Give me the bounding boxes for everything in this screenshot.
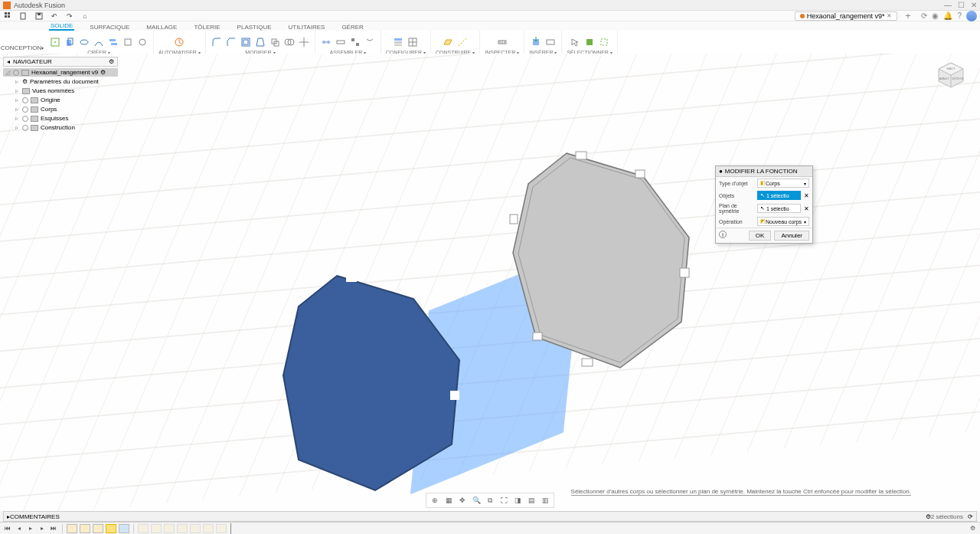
timeline-next-icon[interactable]: ▸ <box>38 524 47 533</box>
timeline-feature[interactable] <box>67 524 77 533</box>
visibility-icon[interactable] <box>22 106 28 113</box>
select-filter-icon[interactable] <box>583 36 596 48</box>
as-built-joint-icon[interactable] <box>335 36 347 48</box>
job-status-icon[interactable]: ◉ <box>932 11 939 20</box>
ok-button[interactable]: OK <box>749 231 772 241</box>
notifications-icon[interactable]: 🔔 <box>943 11 952 20</box>
nav-item-construction[interactable]: ▹ Construction <box>3 123 118 132</box>
decal-icon[interactable] <box>544 36 557 48</box>
grid-display-icon[interactable]: ▤ <box>526 495 537 506</box>
fillet-icon[interactable] <box>211 36 223 48</box>
plane-icon[interactable] <box>442 36 454 48</box>
timeline-play-icon[interactable]: ▸ <box>26 524 35 533</box>
close-icon[interactable]: ✕ <box>971 1 977 9</box>
navigator-settings-icon[interactable]: ⚙ <box>109 58 114 65</box>
viewport-layout-icon[interactable]: ▥ <box>540 495 550 506</box>
pan-icon[interactable]: ✥ <box>457 495 468 506</box>
extensions-icon[interactable]: ⟳ <box>921 11 927 20</box>
nav-root[interactable]: ◿ Hexaonal_rangement v9 ⚙ <box>3 68 118 77</box>
twisty-icon[interactable]: ◿ <box>5 69 11 76</box>
comments-bar[interactable]: ▸ COMMENTAIRES ⚙ 2 sélections ⟳ <box>3 511 977 522</box>
timeline-prev-icon[interactable]: ◂ <box>15 524 24 533</box>
zoom-window-icon[interactable]: ⧉ <box>485 495 495 506</box>
new-tab-icon[interactable]: + <box>905 11 910 21</box>
info-icon[interactable]: i <box>719 231 727 238</box>
table-icon[interactable] <box>407 36 419 48</box>
comments-settings-icon[interactable]: ⚙ <box>926 513 931 520</box>
viewport-canvas[interactable] <box>0 54 980 511</box>
view-cube[interactable]: HAUT AVANT DROITE <box>936 60 966 90</box>
zoom-icon[interactable]: 🔍 <box>471 495 482 506</box>
timeline-feature[interactable] <box>138 524 149 533</box>
hole-icon[interactable] <box>136 36 149 48</box>
configure-icon[interactable] <box>392 36 404 48</box>
twisty-icon[interactable]: ▹ <box>14 97 20 103</box>
tab-plastique[interactable]: PLASTIQUE <box>236 24 273 31</box>
file-menu-icon[interactable] <box>18 11 29 21</box>
measure-icon[interactable] <box>496 36 508 48</box>
visibility-icon[interactable] <box>22 116 28 122</box>
nav-item-views[interactable]: ▹ Vues nommées <box>3 87 118 95</box>
box-icon[interactable] <box>122 36 134 48</box>
revolve-icon[interactable] <box>78 36 90 48</box>
timeline-feature[interactable] <box>190 524 201 533</box>
timeline-feature[interactable] <box>93 524 103 533</box>
loft-icon[interactable] <box>107 36 119 48</box>
redo-icon[interactable]: ↷ <box>64 11 75 21</box>
combine-icon[interactable] <box>283 36 296 48</box>
help-icon[interactable]: ? <box>957 11 962 20</box>
timeline-feature[interactable] <box>203 524 214 533</box>
motion-link-icon[interactable] <box>364 36 376 48</box>
orbit-icon[interactable]: ⊕ <box>430 495 440 506</box>
display-style-icon[interactable]: ◨ <box>512 495 523 506</box>
chamfer-icon[interactable] <box>225 36 237 48</box>
minimize-icon[interactable]: — <box>944 1 952 9</box>
home-icon[interactable]: ⌂ <box>80 11 90 21</box>
tab-maillage[interactable]: MAILLAGE <box>145 24 178 31</box>
save-icon[interactable] <box>34 11 44 21</box>
body-blue-selected[interactable] <box>276 268 475 498</box>
nav-item-origin[interactable]: ▹ Origine <box>3 96 118 104</box>
undo-icon[interactable]: ↶ <box>49 11 60 21</box>
user-avatar[interactable] <box>966 11 977 21</box>
nav-item-params[interactable]: ▹ ⚙ Paramètres du document <box>3 77 118 86</box>
operation-dropdown[interactable]: ◩ Nouveau corps ▾ <box>757 217 809 226</box>
rigid-group-icon[interactable] <box>349 36 361 48</box>
dialog-collapse-icon[interactable]: ● <box>719 168 723 175</box>
nav-item-bodies[interactable]: ▹ Corps <box>3 105 118 113</box>
clear-selection-icon[interactable]: ✕ <box>804 205 809 212</box>
visibility-icon[interactable] <box>22 125 28 131</box>
move-icon[interactable] <box>298 36 310 48</box>
status-refresh-icon[interactable]: ⟳ <box>968 513 973 520</box>
tab-solide[interactable]: SOLIDE <box>49 22 74 31</box>
joint-icon[interactable] <box>320 36 332 48</box>
tab-close-icon[interactable]: ✕ <box>887 12 892 19</box>
shell-icon[interactable] <box>240 36 252 48</box>
objects-selection[interactable]: ↖ 1 sélectio <box>757 191 801 200</box>
extrude-icon[interactable] <box>64 36 76 48</box>
fit-icon[interactable]: ⛶ <box>498 495 509 506</box>
plane-selection[interactable]: ↖ 1 sélectio <box>757 204 801 213</box>
dialog-title-bar[interactable]: ● MODIFIER LA FONCTION <box>716 166 812 177</box>
timeline-start-icon[interactable]: ⏮ <box>3 524 12 533</box>
timeline-feature[interactable] <box>151 524 162 533</box>
timeline-marker[interactable] <box>230 523 231 534</box>
body-gray-mirrored[interactable] <box>505 146 704 375</box>
apps-grid-icon[interactable] <box>3 11 14 21</box>
navigator-collapse-icon[interactable]: ◂ <box>7 58 10 65</box>
twisty-icon[interactable]: ▹ <box>14 106 20 113</box>
axis-icon[interactable] <box>456 36 469 48</box>
timeline-feature[interactable] <box>80 524 90 533</box>
insert-icon[interactable] <box>530 36 542 48</box>
visibility-icon[interactable] <box>22 97 28 103</box>
tab-surfacique[interactable]: SURFACIQUE <box>88 24 131 31</box>
type-dropdown[interactable]: ◧ Corps ▾ <box>757 179 809 188</box>
timeline-settings-icon[interactable]: ⚙ <box>968 524 977 533</box>
sweep-icon[interactable] <box>93 36 105 48</box>
config-icon[interactable]: ⚙ <box>100 69 106 76</box>
select-icon[interactable] <box>569 36 581 48</box>
nav-item-sketches[interactable]: ▹ Esquisses <box>3 114 118 123</box>
timeline-feature[interactable] <box>164 524 175 533</box>
timeline-feature[interactable] <box>216 524 227 533</box>
tab-gerer[interactable]: GÉRER <box>340 24 364 31</box>
